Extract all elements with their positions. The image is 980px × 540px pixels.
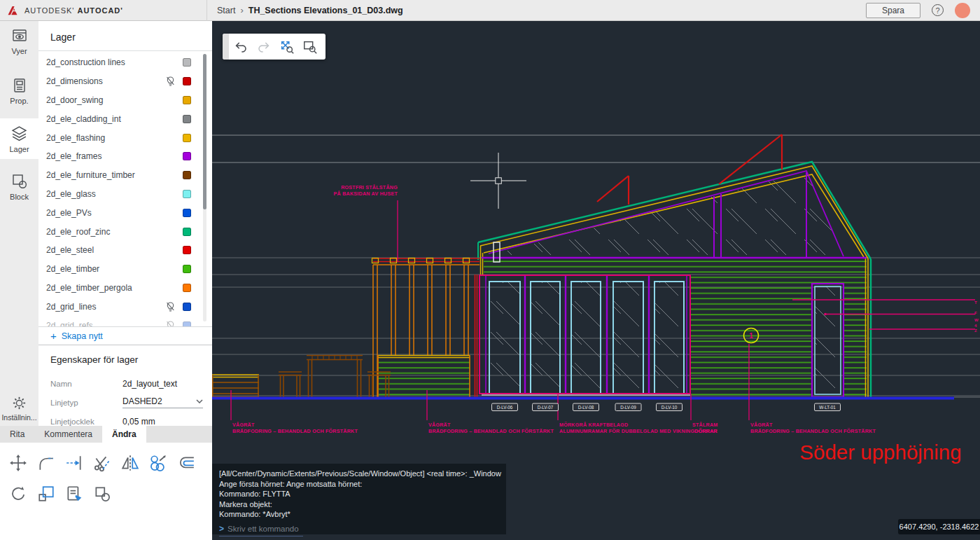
- layer-color-swatch[interactable]: [183, 265, 191, 273]
- top-bar: AUTODESK' AUTOCAD' Start › TH_Sections E…: [0, 0, 980, 21]
- redo-button[interactable]: [252, 35, 275, 58]
- copy-tool-button[interactable]: [144, 451, 172, 475]
- garden-furniture: [279, 356, 391, 398]
- layer-color-swatch[interactable]: [183, 77, 191, 85]
- layer-row[interactable]: 2d_door_swing: [38, 91, 212, 110]
- zoom-window-button[interactable]: [298, 35, 321, 58]
- offset-tool-button[interactable]: [172, 451, 200, 475]
- layer-visibility-toggle[interactable]: [166, 302, 176, 312]
- layer-row[interactable]: 2d_ele_timber: [38, 260, 212, 279]
- help-icon[interactable]: ?: [932, 4, 944, 16]
- layer-row[interactable]: 2d_ele_flashing: [38, 128, 212, 147]
- layer-row[interactable]: 2d_ele_glass: [38, 185, 212, 204]
- rotate-tool-button[interactable]: [4, 482, 32, 506]
- command-console[interactable]: [All/Center/Dynamic/Extents/Previous/Sca…: [212, 464, 506, 534]
- drawing-canvas[interactable]: 1 T F W 4 Z: [212, 21, 980, 540]
- svg-text:T: T: [974, 300, 977, 305]
- layer-row[interactable]: 2d_ele_timber_pergola: [38, 279, 212, 298]
- layer-row[interactable]: 2d_ele_roof_zinc: [38, 222, 212, 241]
- toolbar-drag-handle[interactable]: [223, 34, 229, 60]
- layer-row[interactable]: 2d_construction lines: [38, 53, 212, 72]
- tab-annotate[interactable]: Kommentera: [34, 426, 102, 443]
- svg-text:1: 1: [749, 332, 753, 340]
- bottom-dock: Rita Kommentera Ändra: [0, 426, 212, 540]
- layer-color-swatch[interactable]: [183, 152, 191, 160]
- layer-color-swatch[interactable]: [183, 171, 191, 179]
- extend-tool-button[interactable]: [60, 451, 88, 475]
- fillet-tool-button[interactable]: [32, 451, 60, 475]
- scale-tool-button[interactable]: [32, 482, 60, 506]
- svg-text:F: F: [974, 311, 977, 315]
- rail-item-settings[interactable]: Inställnin...: [0, 395, 38, 422]
- layer-color-swatch[interactable]: [183, 190, 191, 198]
- layer-color-swatch[interactable]: [183, 284, 191, 292]
- gear-icon: [11, 395, 27, 411]
- layer-color-swatch[interactable]: [183, 134, 191, 142]
- layer-name: 2d_ele_PVs: [46, 208, 183, 218]
- svg-text:STÅLRAM: STÅLRAM: [692, 422, 718, 428]
- layer-color-swatch[interactable]: [183, 246, 191, 254]
- layer-color-swatch[interactable]: [183, 321, 191, 326]
- layer-color-swatch[interactable]: [183, 303, 191, 311]
- command-input[interactable]: >Skriv ett kommando: [219, 522, 303, 536]
- layer-hidden-bulb-icon[interactable]: [166, 302, 175, 312]
- svg-text:D-LV-08: D-LV-08: [578, 405, 594, 410]
- trim-tool-button[interactable]: [88, 451, 116, 475]
- layer-visibility-toggle[interactable]: [166, 321, 176, 326]
- tab-draw[interactable]: Rita: [0, 426, 34, 443]
- layer-list-scrollbar[interactable]: [203, 54, 206, 321]
- layer-color-swatch[interactable]: [183, 115, 191, 123]
- layer-color-swatch[interactable]: [183, 58, 191, 67]
- layer-row[interactable]: 2d_ele_cladding_int: [38, 109, 212, 128]
- svg-text:W: W: [974, 318, 979, 322]
- layer-row[interactable]: 2d_dimensions: [38, 72, 212, 91]
- command-placeholder: Skriv ett kommando: [227, 525, 299, 533]
- layer-name-value[interactable]: 2d_layout_text: [122, 379, 177, 389]
- move-tool-button[interactable]: [4, 451, 32, 475]
- layer-visibility-toggle[interactable]: [166, 76, 176, 86]
- lineweight-value[interactable]: 0,05 mm: [122, 417, 155, 427]
- scrollbar-thumb[interactable]: [203, 54, 206, 209]
- layer-color-swatch[interactable]: [183, 228, 191, 236]
- mirror-tool-button[interactable]: [116, 451, 144, 475]
- tab-modify[interactable]: Ändra: [102, 426, 146, 443]
- topbar-actions: Spara ?: [866, 3, 980, 18]
- breadcrumb-start[interactable]: Start: [217, 6, 235, 15]
- user-avatar[interactable]: [955, 3, 970, 18]
- create-block-tool-button[interactable]: [88, 482, 116, 506]
- rail-item-properties[interactable]: Prop.: [0, 71, 38, 111]
- rail-item-block[interactable]: Block: [0, 167, 38, 207]
- layer-hidden-bulb-icon[interactable]: [166, 321, 175, 326]
- svg-text:W-LT-01: W-LT-01: [819, 405, 836, 410]
- rail-item-layers[interactable]: Lager: [0, 118, 38, 159]
- rail-item-views[interactable]: Vyer: [0, 21, 38, 61]
- property-row-name: Namn 2d_layout_text: [50, 374, 212, 393]
- linetype-dropdown[interactable]: DASHED2: [122, 396, 203, 408]
- layers-panel: Lager 2d_construction lines2d_dimensions…: [38, 21, 212, 426]
- layer-row[interactable]: 2d_grid_refs: [38, 316, 212, 326]
- create-layer-button[interactable]: + Skapa nytt: [38, 326, 212, 345]
- svg-text:PÅ BAKSIDAN AV HUSET: PÅ BAKSIDAN AV HUSET: [334, 191, 398, 197]
- crosshair-cursor: [470, 153, 526, 209]
- layer-hidden-bulb-icon[interactable]: [166, 76, 175, 86]
- layer-row[interactable]: 2d_ele_furniture_timber: [38, 166, 212, 185]
- layer-row[interactable]: 2d_grid_lines: [38, 297, 212, 316]
- layer-name: 2d_grid_lines: [46, 302, 166, 312]
- undo-button[interactable]: [229, 35, 252, 58]
- layer-name: 2d_ele_flashing: [46, 133, 183, 143]
- layer-name: 2d_ele_timber: [46, 264, 183, 274]
- layer-color-swatch[interactable]: [183, 209, 191, 217]
- layer-row[interactable]: 2d_ele_frames: [38, 147, 212, 166]
- layers-icon: [10, 125, 28, 142]
- layer-properties-title: Egenskaper för lager: [50, 354, 212, 374]
- block-icon: [11, 173, 28, 190]
- breadcrumb: Start › TH_Sections Elevations_01_D03.dw…: [217, 5, 403, 15]
- document-title[interactable]: TH_Sections Elevations_01_D03.dwg: [248, 6, 403, 15]
- layer-color-swatch[interactable]: [183, 96, 191, 104]
- match-properties-tool-button[interactable]: [60, 482, 88, 506]
- layer-row[interactable]: 2d_ele_PVs: [38, 203, 212, 222]
- save-button[interactable]: Spara: [866, 3, 920, 18]
- zoom-extents-button[interactable]: [275, 35, 298, 58]
- layer-row[interactable]: 2d_ele_steel: [38, 241, 212, 260]
- console-line: Kommando: FLYTTA: [219, 489, 499, 499]
